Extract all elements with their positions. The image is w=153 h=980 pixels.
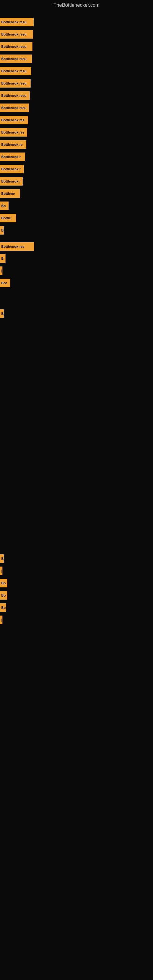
bar-item: Bo bbox=[0, 202, 10, 210]
bar-item: | bbox=[0, 616, 1, 624]
bar-item: Bottleneck resu bbox=[0, 103, 33, 112]
bar-label: Bottleneck resu bbox=[0, 103, 29, 112]
bar-label: Bottleneck r bbox=[0, 165, 24, 173]
bar-label: Bottleneck res bbox=[0, 242, 34, 251]
bar-item: B bbox=[0, 226, 4, 235]
bar-label: Bo bbox=[0, 579, 7, 587]
bar-item: | bbox=[0, 266, 1, 275]
bar-label: Bo bbox=[0, 202, 9, 210]
bar-label: Bottleneck r bbox=[0, 153, 25, 161]
bar-item: Bottleneck re bbox=[0, 140, 30, 149]
bar-item: Bottleneck resu bbox=[0, 91, 34, 100]
bar-label: Bottleneck resu bbox=[0, 67, 31, 75]
bar-label: Bottleneck re bbox=[0, 140, 26, 149]
bar-label: Bottleneck resu bbox=[0, 18, 33, 26]
site-title: TheBottlenecker.com bbox=[0, 0, 153, 9]
bar-label: Bottle bbox=[0, 214, 16, 222]
bar-label: Bottleneck resu bbox=[0, 30, 33, 38]
bar-item: Bottleneck resu bbox=[0, 54, 37, 63]
bar-item: Bottleneck resu bbox=[0, 79, 35, 88]
bar-item: Bottleneck resu bbox=[0, 42, 37, 51]
bar-item: Bot bbox=[0, 279, 12, 287]
bar-item: | bbox=[0, 566, 1, 575]
bar-label: Bottleneck resu bbox=[0, 54, 32, 63]
bar-label: Bottleneck resu bbox=[0, 91, 30, 100]
bar-label: | bbox=[0, 566, 2, 575]
bar-item: Bottleneck res bbox=[0, 116, 32, 124]
bar-item: B bbox=[0, 554, 4, 563]
bar-label: | bbox=[0, 266, 2, 275]
bar-label: B bbox=[0, 554, 4, 563]
bar-item: Bottleneck resu bbox=[0, 18, 40, 26]
bar-item: B bbox=[0, 309, 4, 318]
bar-label: | bbox=[0, 616, 2, 624]
bar-label: Bo bbox=[0, 603, 6, 612]
bar-item: Bottle bbox=[0, 214, 18, 222]
bar-label: Bottleneck resu bbox=[0, 79, 30, 88]
bar-item: Bottleneck res bbox=[0, 128, 32, 137]
bar-item: Bottleneck res bbox=[0, 242, 40, 251]
bar-item: B bbox=[0, 254, 6, 263]
bar-item: Bottleneck resu bbox=[0, 30, 38, 38]
bar-label: B bbox=[0, 309, 4, 318]
bar-item: Bottleneck resu bbox=[0, 67, 36, 75]
bar-label: B bbox=[0, 226, 4, 235]
bar-item: Bottleneck r bbox=[0, 177, 26, 186]
bar-label: Bot bbox=[0, 279, 10, 287]
bar-label: B bbox=[0, 254, 5, 263]
bar-item: Bo bbox=[0, 591, 9, 600]
bar-label: Bottlene bbox=[0, 189, 20, 198]
bar-label: Bottleneck resu bbox=[0, 42, 32, 51]
bar-item: Bo bbox=[0, 579, 9, 587]
bar-label: Bottleneck res bbox=[0, 128, 27, 137]
bar-label: Bo bbox=[0, 591, 7, 600]
bar-item: Bottlene bbox=[0, 189, 22, 198]
bar-label: Bottleneck r bbox=[0, 177, 22, 186]
bar-item: Bo bbox=[0, 603, 7, 612]
bar-item: Bottleneck r bbox=[0, 165, 27, 173]
bar-label: Bottleneck res bbox=[0, 116, 28, 124]
bar-item: Bottleneck r bbox=[0, 153, 28, 161]
